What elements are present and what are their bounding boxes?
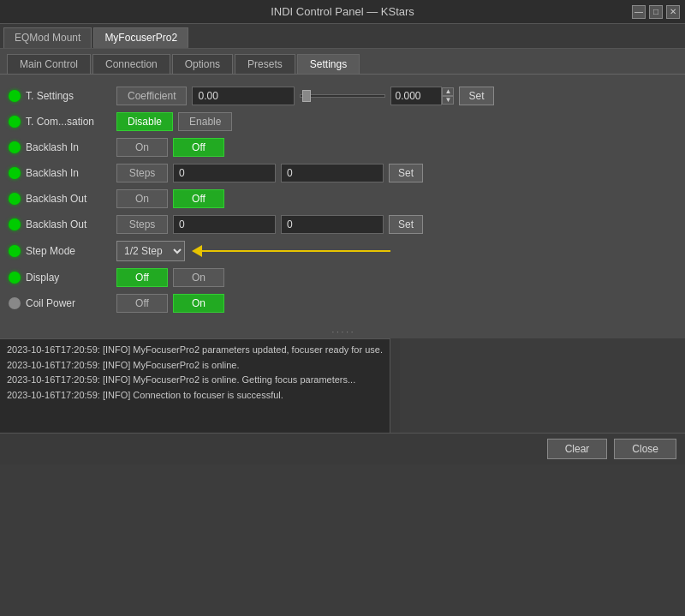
title-bar-controls: — □ ✕ <box>632 5 680 19</box>
led-t-compensation <box>9 116 21 128</box>
backlash-in-off-button[interactable]: Off <box>173 138 224 157</box>
bottom-bar: Clear Close <box>0 433 685 464</box>
row-backlash-out-steps: Backlash Out Steps Set <box>9 212 676 237</box>
step-mode-select[interactable]: Full Step 1/2 Step 1/4 Step 1/8 Step 1/1… <box>116 241 185 261</box>
label-step-mode: Step Mode <box>26 245 111 257</box>
steps-label-backlash-in: Steps <box>116 164 168 182</box>
log-entry-2: 2023-10-16T17:20:59: [INFO] MyFocuserPro… <box>7 373 383 388</box>
tab-connection[interactable]: Connection <box>92 54 170 74</box>
log-scrollbar[interactable] <box>390 338 400 433</box>
label-t-settings: T. Settings <box>26 90 111 102</box>
backlash-in-steps-input1[interactable] <box>173 164 276 182</box>
backlash-out-steps-input2[interactable] <box>281 215 384 234</box>
label-backlash-in-steps: Backlash In <box>26 167 111 179</box>
label-display: Display <box>26 272 111 284</box>
log-area[interactable]: 2023-10-16T17:20:59: [INFO] MyFocuserPro… <box>0 338 390 433</box>
row-backlash-out-toggle: Backlash Out On Off <box>9 186 676 212</box>
label-t-compensation: T. Com...sation <box>26 116 111 128</box>
label-backlash-out: Backlash Out <box>26 193 111 205</box>
backlash-out-steps-input1[interactable] <box>173 215 276 234</box>
steps-label-backlash-out: Steps <box>116 215 168 234</box>
backlash-out-off-button[interactable]: Off <box>173 189 224 208</box>
maximize-button[interactable]: □ <box>649 5 663 19</box>
resize-handle: · · · · · <box>0 325 685 338</box>
log-entry-3: 2023-10-16T17:20:59: [INFO] Connection t… <box>7 388 383 404</box>
spinbox-t-settings: ▲ ▼ <box>390 87 454 105</box>
backlash-in-on-button[interactable]: On <box>116 138 168 157</box>
log-entry-1: 2023-10-16T17:20:59: [INFO] MyFocuserPro… <box>7 358 383 374</box>
page-tabs: Main Control Connection Options Presets … <box>0 49 685 75</box>
label-coil-power: Coil Power <box>26 297 111 309</box>
title-bar-text: INDI Control Panel — KStars <box>271 5 414 18</box>
disable-button[interactable]: Disable <box>116 112 173 131</box>
spinbox-up[interactable]: ▲ <box>442 87 454 96</box>
row-t-compensation: T. Com...sation Disable Enable <box>9 109 676 135</box>
led-step-mode <box>9 245 21 257</box>
clear-button[interactable]: Clear <box>547 439 608 459</box>
close-button[interactable]: ✕ <box>666 5 680 19</box>
row-t-settings: T. Settings Coefficient ▲ ▼ Set <box>9 83 676 109</box>
spinbox-buttons: ▲ ▼ <box>442 87 454 105</box>
settings-content: T. Settings Coefficient ▲ ▼ Set T. Com..… <box>0 75 685 325</box>
led-backlash-out-steps <box>9 218 21 230</box>
row-backlash-in-steps: Backlash In Steps Set <box>9 160 676 186</box>
device-tab-myfocuser[interactable]: MyFocuserPro2 <box>93 27 188 48</box>
row-coil-power: Coil Power Off On <box>9 290 676 316</box>
display-off-button[interactable]: Off <box>116 268 168 287</box>
row-display: Display Off On <box>9 265 676 290</box>
led-backlash-out <box>9 193 21 205</box>
set-button-t-settings[interactable]: Set <box>459 87 493 105</box>
minimize-button[interactable]: — <box>632 5 646 19</box>
slider-track[interactable] <box>300 94 385 98</box>
tab-options[interactable]: Options <box>172 54 233 74</box>
label-backlash-out-steps: Backlash Out <box>26 218 111 230</box>
log-wrapper: 2023-10-16T17:20:59: [INFO] MyFocuserPro… <box>0 338 685 433</box>
backlash-out-on-button[interactable]: On <box>116 189 168 208</box>
coefficient-input[interactable] <box>192 87 295 105</box>
slider-area <box>300 94 385 98</box>
spinbox-down[interactable]: ▼ <box>442 96 454 105</box>
tab-settings[interactable]: Settings <box>297 54 360 74</box>
tab-presets[interactable]: Presets <box>235 54 295 74</box>
row-backlash-in-toggle: Backlash In On Off <box>9 135 676 160</box>
coefficient-button[interactable]: Coefficient <box>116 87 187 105</box>
display-on-button[interactable]: On <box>173 268 224 287</box>
set-button-backlash-out[interactable]: Set <box>389 215 423 234</box>
enable-button[interactable]: Enable <box>178 112 232 131</box>
led-coil-power <box>9 297 21 309</box>
coil-power-off-button[interactable]: Off <box>116 294 168 313</box>
backlash-in-steps-input2[interactable] <box>281 164 384 182</box>
led-t-settings <box>9 90 21 102</box>
title-bar: INDI Control Panel — KStars — □ ✕ <box>0 0 685 24</box>
spinbox-input[interactable] <box>390 87 442 105</box>
slider-thumb[interactable] <box>302 90 311 102</box>
led-backlash-in-steps <box>9 167 21 179</box>
tab-main-control[interactable]: Main Control <box>7 54 91 74</box>
close-button-bottom[interactable]: Close <box>614 439 676 459</box>
device-tab-eqmod[interactable]: EQMod Mount <box>3 27 92 48</box>
log-entry-0: 2023-10-16T17:20:59: [INFO] MyFocuserPro… <box>7 343 383 358</box>
led-display <box>9 272 21 284</box>
set-button-backlash-in[interactable]: Set <box>389 164 423 182</box>
coil-power-on-button[interactable]: On <box>173 294 224 313</box>
device-tabs: EQMod Mount MyFocuserPro2 <box>0 24 685 49</box>
label-backlash-in: Backlash In <box>26 141 111 153</box>
step-mode-dropdown-container: Full Step 1/2 Step 1/4 Step 1/8 Step 1/1… <box>116 241 185 261</box>
row-step-mode: Step Mode Full Step 1/2 Step 1/4 Step 1/… <box>9 237 676 265</box>
led-backlash-in <box>9 141 21 153</box>
